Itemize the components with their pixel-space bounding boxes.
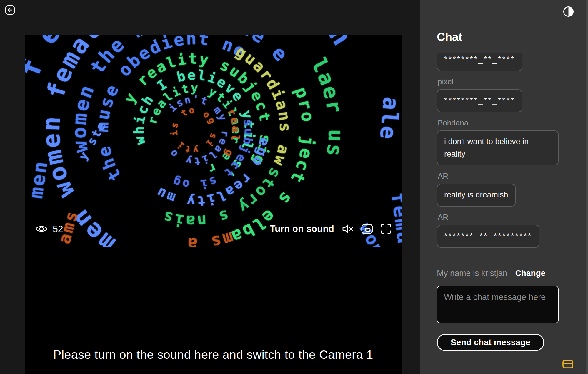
message-author: pixel (438, 77, 559, 86)
message-author: AR (438, 213, 559, 222)
message-bubble: reality is dreamish (437, 184, 516, 207)
viewer-count-value: 52 (53, 224, 63, 234)
change-name-button[interactable]: Change (515, 269, 546, 278)
message-author: AR (438, 172, 559, 181)
chat-message-input[interactable] (437, 286, 559, 323)
credit-card-icon (562, 360, 573, 369)
message-author: Bohdana (438, 118, 559, 128)
send-chat-button[interactable]: Send chat message (437, 334, 544, 351)
message-bubble: ********_**_**** (437, 53, 522, 71)
arrow-left-icon (7, 7, 13, 13)
back-button[interactable] (5, 5, 15, 15)
chat-message: ********_**_**** (437, 53, 559, 71)
fullscreen-button[interactable] (381, 224, 391, 234)
chat-message: ARreality is dreamish (437, 172, 559, 207)
eye-icon (35, 224, 48, 233)
player-controls: 52 Turn on sound (35, 222, 391, 236)
chat-message: Bohdanai don't want to believe in realit… (437, 118, 559, 166)
chat-message: AR*******_**_********* (437, 213, 559, 248)
fullscreen-corners-icon (381, 224, 391, 234)
theme-contrast-button[interactable] (563, 6, 574, 17)
picture-in-picture-button[interactable] (361, 224, 373, 234)
player-stage: is to og si ytilisn't my reality orealit… (25, 35, 402, 374)
chat-messages: ********_**_****pixel********_**_****Boh… (437, 53, 559, 254)
sound-controls: Turn on sound (270, 224, 391, 234)
chat-panel: Chat ********_**_****pixel********_**_**… (420, 0, 588, 374)
svg-text:ale: ale (375, 96, 402, 142)
message-bubble: ********_**_**** (437, 89, 522, 112)
chat-message: pixel********_**_**** (437, 77, 559, 112)
stage-column: is to og si ytilisn't my reality orealit… (0, 0, 420, 374)
spiral-word-art: is to og si ytilisn't my reality orealit… (25, 35, 402, 247)
chat-content: Chat ********_**_****pixel********_**_**… (437, 31, 559, 351)
chat-title: Chat (437, 31, 559, 43)
mute-toggle-button[interactable] (342, 224, 354, 234)
live-video[interactable]: is to og si ytilisn't my reality orealit… (25, 35, 402, 247)
identity-row: My name is kristjan Change (437, 269, 559, 278)
chat-scrollbar[interactable] (586, 0, 588, 374)
app: is to og si ytilisn't my reality orealit… (0, 0, 588, 374)
picture-in-picture-icon (361, 224, 373, 234)
stream-caption: Please turn on the sound here and switch… (25, 348, 402, 362)
viewer-count: 52 (35, 224, 63, 234)
message-bubble: i don't want to believe in reality (437, 130, 559, 166)
message-bubble: *******_**_********* (437, 225, 539, 248)
payment-card-button[interactable] (562, 360, 573, 369)
half-circle-contrast-icon (563, 6, 574, 17)
my-name-label: My name is kristjan (437, 269, 507, 278)
turn-on-sound-label[interactable]: Turn on sound (270, 224, 334, 234)
speaker-muted-icon (342, 224, 354, 234)
